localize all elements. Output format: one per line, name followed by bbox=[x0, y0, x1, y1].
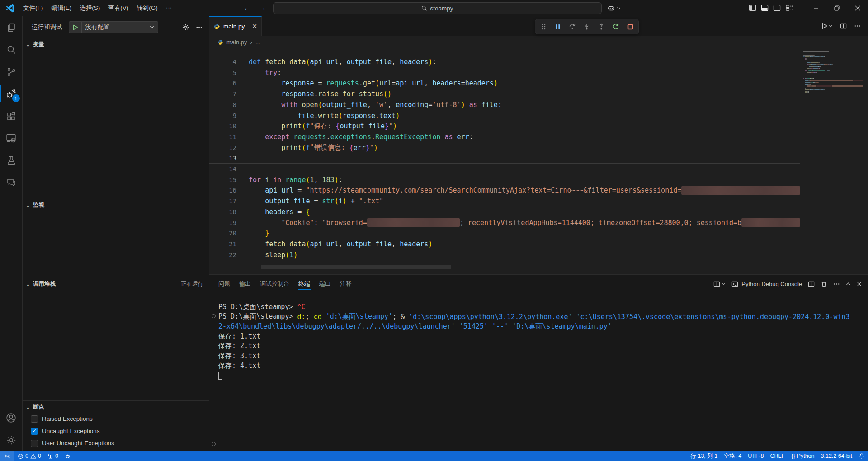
active-terminal-session[interactable]: Python Debug Console bbox=[731, 281, 802, 287]
panel-tab-输出[interactable]: 输出 bbox=[235, 275, 255, 293]
panel-tab-问题[interactable]: 问题 bbox=[214, 275, 235, 293]
run-python-file-button[interactable] bbox=[821, 23, 833, 29]
code-line-5[interactable]: 5 try: bbox=[209, 67, 800, 78]
search-sidebar-icon[interactable] bbox=[0, 38, 23, 61]
code-line-10[interactable]: 10 print(f"保存: {output_file}") bbox=[209, 121, 800, 132]
pause-button[interactable] bbox=[552, 20, 564, 33]
window-close-button[interactable] bbox=[847, 0, 868, 16]
explorer-icon[interactable] bbox=[0, 16, 23, 38]
run-and-debug-icon[interactable]: 1 bbox=[0, 83, 23, 105]
code-line-7[interactable]: 7 response.raise_for_status() bbox=[209, 89, 800, 99]
code-line-19[interactable]: 19 "Cookie": "browserid=; recentlyVisite… bbox=[209, 217, 800, 228]
breakpoint-row[interactable]: Raised Exceptions bbox=[23, 413, 209, 425]
account-icon[interactable] bbox=[0, 407, 23, 429]
editor-more-actions-icon[interactable] bbox=[854, 23, 861, 29]
code-editor[interactable]: 4def fetch_data(api_url, output_file, he… bbox=[209, 48, 868, 274]
section-variables[interactable]: ⌄ 变量 bbox=[23, 38, 209, 50]
toolbar-drag-handle[interactable] bbox=[537, 20, 550, 33]
notifications-bell-icon[interactable] bbox=[855, 451, 868, 461]
python-interpreter[interactable]: 3.12.2 64-bit bbox=[818, 451, 856, 461]
panel-tab-端口[interactable]: 端口 bbox=[315, 275, 335, 293]
code-line-8[interactable]: 8 with open(output_file, 'w', encoding='… bbox=[209, 99, 800, 110]
code-line-16[interactable]: 16 api_url = "https://steamcommunity.com… bbox=[209, 185, 800, 196]
debug-config-dropdown[interactable]: 没有配置 bbox=[69, 21, 158, 33]
terminal[interactable]: PS D:\桌面\steampy> ^CPS D:\桌面\steampy> d:… bbox=[209, 293, 868, 451]
window-minimize-button[interactable] bbox=[806, 0, 826, 16]
breakpoint-checkbox[interactable] bbox=[31, 415, 38, 423]
nav-forward-icon[interactable]: → bbox=[258, 4, 268, 12]
maximize-panel-icon[interactable] bbox=[846, 282, 851, 287]
code-line-12[interactable]: 12 print(f"错误信息: {err}") bbox=[209, 142, 800, 153]
breakpoint-checkbox[interactable]: ✓ bbox=[31, 428, 38, 435]
restart-button[interactable] bbox=[609, 20, 622, 33]
menu-文件F[interactable]: 文件(F) bbox=[19, 2, 47, 14]
debug-settings-gear-icon[interactable] bbox=[182, 24, 189, 31]
section-watch[interactable]: ⌄ 监视 bbox=[23, 199, 209, 211]
panel-tab-终端[interactable]: 终端 bbox=[294, 275, 315, 293]
stop-button[interactable] bbox=[624, 20, 637, 33]
ports-indicator[interactable]: 0 bbox=[44, 451, 61, 461]
testing-icon[interactable] bbox=[0, 149, 23, 171]
breadcrumb-more[interactable]: ... bbox=[255, 39, 260, 46]
code-line-9[interactable]: 9 file.write(response.text) bbox=[209, 110, 800, 121]
close-panel-icon[interactable] bbox=[857, 282, 862, 287]
code-line-21[interactable]: 21 fetch_data(api_url, output_file, head… bbox=[209, 239, 800, 249]
debugpy-indicator[interactable] bbox=[61, 451, 74, 461]
more-actions-icon[interactable] bbox=[196, 24, 203, 31]
panel-tab-调试控制台[interactable]: 调试控制台 bbox=[255, 275, 294, 293]
code-line-11[interactable]: 11 except requests.exceptions.RequestExc… bbox=[209, 132, 800, 142]
kill-terminal-icon[interactable] bbox=[821, 281, 827, 287]
code-line-17[interactable]: 17 output_file = str(i) + ".txt" bbox=[209, 196, 800, 207]
encoding[interactable]: UTF-8 bbox=[745, 451, 767, 461]
minimap[interactable] bbox=[800, 48, 863, 274]
command-center-search[interactable]: steampy bbox=[273, 2, 602, 14]
toggle-secondary-sidebar-icon[interactable] bbox=[773, 4, 781, 12]
menu-转到G[interactable]: 转到(G) bbox=[132, 2, 162, 14]
customize-layout-icon[interactable] bbox=[785, 4, 793, 12]
command-decoration-icon[interactable] bbox=[212, 442, 216, 446]
language-mode[interactable]: {} Python bbox=[788, 451, 817, 461]
code-line-18[interactable]: 18 headers = { bbox=[209, 207, 800, 217]
window-restore-button[interactable] bbox=[826, 0, 847, 16]
extensions-icon[interactable] bbox=[0, 105, 23, 127]
tab-main-py[interactable]: main.py ✕ bbox=[209, 16, 262, 36]
problems-indicator[interactable]: 0 0 bbox=[14, 451, 44, 461]
remote-explorer-icon[interactable] bbox=[0, 127, 23, 149]
breadcrumb-file[interactable]: main.py bbox=[226, 39, 247, 46]
step-out-button[interactable] bbox=[595, 20, 608, 33]
start-debug-icon[interactable] bbox=[69, 22, 82, 33]
code-line-13[interactable]: 13 bbox=[209, 153, 800, 164]
split-terminal-icon[interactable] bbox=[808, 281, 815, 287]
code-line-22[interactable]: 22 sleep(1) bbox=[209, 249, 800, 260]
split-editor-icon[interactable] bbox=[840, 23, 847, 29]
toggle-panel-icon[interactable] bbox=[761, 4, 769, 12]
panel-tab-注释[interactable]: 注释 bbox=[335, 275, 356, 293]
menu-选择S[interactable]: 选择(S) bbox=[75, 2, 104, 14]
code-line-20[interactable]: 20 } bbox=[209, 228, 800, 239]
breakpoint-row[interactable]: User Uncaught Exceptions bbox=[23, 437, 209, 449]
horizontal-scrollbar[interactable] bbox=[261, 265, 451, 269]
tab-close-icon[interactable]: ✕ bbox=[252, 23, 257, 30]
launch-profile-button[interactable] bbox=[713, 281, 726, 287]
code-line-6[interactable]: 6 response = requests.get(url=api_url, h… bbox=[209, 78, 800, 89]
step-over-button[interactable] bbox=[566, 20, 579, 33]
copilot-menu[interactable] bbox=[607, 4, 621, 12]
command-decoration-icon[interactable] bbox=[212, 314, 216, 318]
source-control-icon[interactable] bbox=[0, 61, 23, 83]
panel-more-actions-icon[interactable] bbox=[833, 281, 840, 287]
section-breakpoints[interactable]: ⌄ 断点 bbox=[23, 401, 209, 413]
section-callstack[interactable]: ⌄ 调用堆栈 正在运行 bbox=[23, 278, 209, 290]
remote-indicator[interactable] bbox=[0, 451, 14, 461]
breakpoint-checkbox[interactable] bbox=[31, 440, 38, 447]
code-line-14[interactable]: 14 bbox=[209, 164, 800, 174]
settings-gear-icon[interactable] bbox=[0, 429, 23, 451]
menu-···[interactable]: ··· bbox=[162, 2, 176, 14]
menu-查看V[interactable]: 查看(V) bbox=[104, 2, 132, 14]
code-line-4[interactable]: 4def fetch_data(api_url, output_file, he… bbox=[209, 56, 800, 67]
toggle-primary-sidebar-icon[interactable] bbox=[749, 4, 756, 12]
eol-sequence[interactable]: CRLF bbox=[767, 451, 788, 461]
cursor-position[interactable]: 行 13, 列 1 bbox=[687, 451, 721, 461]
comments-icon[interactable] bbox=[0, 171, 23, 193]
code-line-15[interactable]: 15for i in range(1, 183): bbox=[209, 174, 800, 185]
breakpoint-row[interactable]: ✓Uncaught Exceptions bbox=[23, 425, 209, 437]
